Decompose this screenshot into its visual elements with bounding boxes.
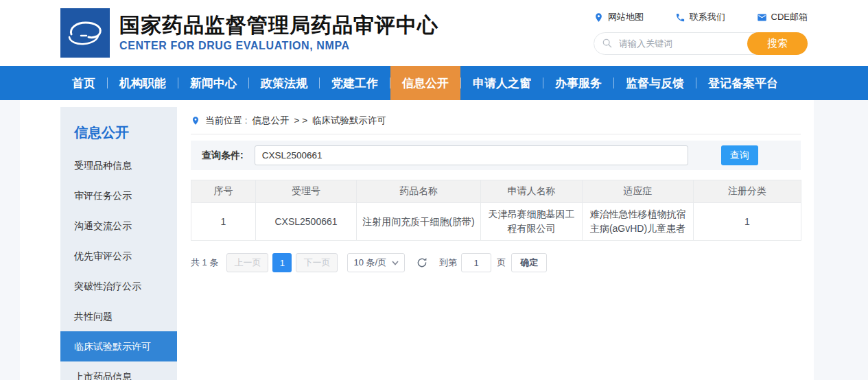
site-header: 国家药品监督管理局药品审评中心 CENTER FOR DRUG EVALUATI…	[0, 0, 868, 66]
query-panel: 查询条件: 查询	[191, 141, 801, 170]
goto-page-label: 到第	[439, 257, 457, 269]
breadcrumb-label: 当前位置 :	[205, 115, 248, 127]
nav-item-home[interactable]: 首页	[60, 66, 107, 100]
next-page-button[interactable]: 下一页	[296, 253, 338, 272]
site-subtitle: CENTER FOR DRUG EVALUATION, NMPA	[119, 40, 438, 52]
brand: 国家药品监督管理局药品审评中心 CENTER FOR DRUG EVALUATI…	[60, 8, 438, 58]
nav-item-applicant-window[interactable]: 申请人之窗	[461, 66, 543, 100]
site-title: 国家药品监督管理局药品审评中心	[119, 14, 438, 38]
page-size-value: 10 条/页	[353, 257, 386, 269]
table-row: 1 CXSL2500661 注射用间充质干细胞(脐带) 天津昂赛细胞基因工程有限…	[191, 203, 801, 241]
col-header-drug-name: 药品名称	[357, 180, 481, 203]
cell-acceptance-no: CXSL2500661	[256, 203, 357, 241]
page-number-button[interactable]: 1	[272, 253, 292, 272]
chevron-down-icon	[392, 261, 399, 265]
contact-link[interactable]: 联系我们	[675, 11, 725, 23]
nav-item-news[interactable]: 新闻中心	[178, 66, 248, 100]
cde-mail-link[interactable]: CDE邮箱	[757, 11, 808, 23]
goto-confirm-button[interactable]: 确定	[511, 253, 547, 272]
page-size-select[interactable]: 10 条/页	[347, 253, 405, 272]
sidebar-item-common-issues[interactable]: 共性问题	[60, 301, 177, 331]
pagination-total: 共 1 条	[191, 257, 218, 269]
nav-item-registration-platform[interactable]: 登记备案平台	[696, 66, 790, 100]
sidebar-item-marketed-drugs[interactable]: 上市药品信息	[60, 361, 177, 380]
header-search-bar: 搜索	[594, 32, 808, 55]
col-header-registration-class: 注册分类	[694, 180, 801, 203]
quick-links: 网站地图 联系我们 CDE邮箱	[594, 11, 808, 23]
brand-text: 国家药品监督管理局药品审评中心 CENTER FOR DRUG EVALUATI…	[119, 14, 438, 52]
query-button[interactable]: 查询	[721, 145, 758, 165]
breadcrumb-section[interactable]: 信息公开	[253, 115, 290, 127]
cell-indication: 难治性急性移植物抗宿主病(aGvHD)儿童患者	[583, 203, 694, 241]
content-wrap: 信息公开 受理品种信息 审评任务公示 沟通交流公示 优先审评公示 突破性治疗公示…	[20, 100, 814, 380]
sidebar-item-breakthrough-therapy[interactable]: 突破性治疗公示	[60, 271, 177, 301]
breadcrumb-separator: > >	[294, 115, 308, 126]
sidebar-item-communication[interactable]: 沟通交流公示	[60, 211, 177, 241]
cell-drug-name: 注射用间充质干细胞(脐带)	[357, 203, 481, 241]
sitemap-link-label: 网站地图	[608, 11, 644, 23]
nav-item-organization[interactable]: 机构职能	[108, 66, 178, 100]
results-table: 序号 受理号 药品名称 申请人名称 适应症 注册分类 1 CXSL2500661…	[191, 180, 801, 241]
header-search-button[interactable]: 搜索	[747, 32, 808, 55]
goto-page-suffix: 页	[497, 257, 506, 269]
col-header-seq: 序号	[191, 180, 256, 203]
breadcrumb-current: 临床试验默示许可	[312, 115, 386, 127]
cde-logo	[60, 8, 110, 58]
location-pin-icon	[191, 116, 200, 126]
nav-item-info-disclosure[interactable]: 信息公开	[390, 66, 460, 100]
cell-registration-class: 1	[694, 203, 801, 241]
goto-page-input[interactable]	[461, 253, 491, 272]
main-nav: 首页 机构职能 新闻中心 政策法规 党建工作 信息公开 申请人之窗 办事服务 监…	[0, 66, 868, 100]
location-pin-icon	[594, 12, 604, 23]
main-content: 当前位置 : 信息公开 > > 临床试验默示许可 查询条件: 查询 序号 受理号…	[191, 107, 801, 380]
sitemap-link[interactable]: 网站地图	[594, 11, 644, 23]
nav-item-supervision-feedback[interactable]: 监督与反馈	[614, 66, 696, 100]
col-header-indication: 适应症	[583, 180, 694, 203]
refresh-icon[interactable]	[416, 257, 428, 269]
pagination: 共 1 条 上一页 1 下一页 10 条/页 到第 页 确定	[191, 253, 801, 272]
cell-applicant: 天津昂赛细胞基因工程有限公司	[481, 203, 583, 241]
nav-item-policies[interactable]: 政策法规	[249, 66, 319, 100]
breadcrumb: 当前位置 : 信息公开 > > 临床试验默示许可	[191, 107, 801, 134]
query-label: 查询条件:	[202, 150, 244, 162]
contact-link-label: 联系我们	[690, 11, 725, 23]
sidebar-item-clinical-trial-implied-license[interactable]: 临床试验默示许可	[60, 331, 177, 361]
col-header-acceptance-no: 受理号	[256, 180, 357, 203]
cde-mail-link-label: CDE邮箱	[771, 11, 808, 23]
nav-item-services[interactable]: 办事服务	[543, 66, 613, 100]
envelope-icon	[757, 12, 767, 23]
col-header-applicant: 申请人名称	[481, 180, 583, 203]
table-header-row: 序号 受理号 药品名称 申请人名称 适应症 注册分类	[191, 180, 801, 203]
search-icon	[602, 38, 613, 49]
prev-page-button[interactable]: 上一页	[226, 253, 268, 272]
sidebar-item-accepted-products[interactable]: 受理品种信息	[60, 150, 177, 180]
page-body: 信息公开 受理品种信息 审评任务公示 沟通交流公示 优先审评公示 突破性治疗公示…	[0, 100, 868, 380]
sidebar-item-review-tasks[interactable]: 审评任务公示	[60, 180, 177, 211]
sidebar-item-priority-review[interactable]: 优先审评公示	[60, 241, 177, 271]
query-input[interactable]	[255, 145, 688, 165]
cell-seq: 1	[191, 203, 256, 241]
header-right: 网站地图 联系我们 CDE邮箱 搜索	[594, 11, 808, 55]
sidebar-title: 信息公开	[60, 107, 177, 150]
phone-icon	[675, 12, 685, 23]
sidebar: 信息公开 受理品种信息 审评任务公示 沟通交流公示 优先审评公示 突破性治疗公示…	[60, 107, 177, 380]
nav-item-party-building[interactable]: 党建工作	[320, 66, 390, 100]
